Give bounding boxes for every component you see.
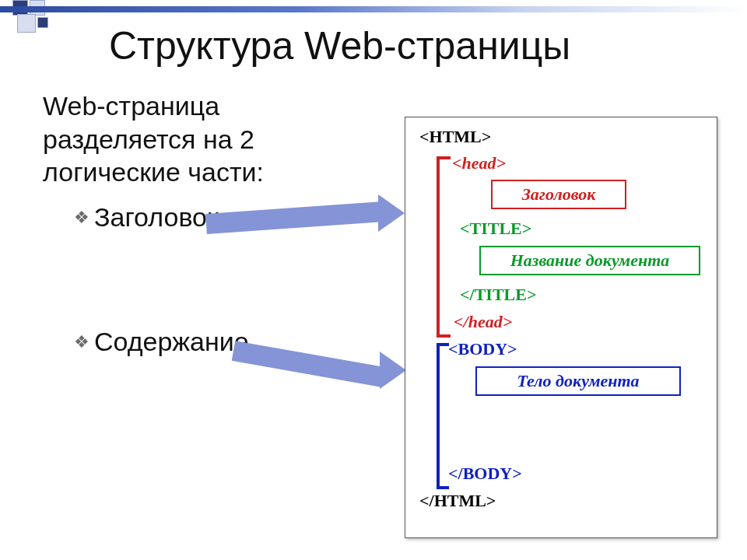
box-body-label: Тело документа [475, 366, 681, 396]
bullet-header-label: Заголовок [94, 202, 219, 232]
tag-body-open: <BODY> [448, 339, 517, 359]
bullet-content-label: Содержание [94, 327, 249, 356]
slide-title: Структура Web-страницы [109, 23, 570, 68]
box-header-label: Заголовок [491, 180, 626, 209]
bullet-content: ❖Содержание [74, 327, 249, 357]
box-doc-title-label: Название документа [479, 246, 700, 275]
bracket-head [437, 156, 451, 338]
tag-title-open: <TITLE> [460, 219, 531, 239]
tag-head-open: <head> [452, 153, 506, 173]
bullet-icon: ❖ [74, 332, 89, 352]
tag-body-close: </BODY> [448, 464, 522, 484]
tag-title-close: </TITLE> [460, 285, 536, 305]
intro-paragraph: Web-страница разделяется на 2 логические… [43, 89, 370, 189]
html-structure-diagram: <HTML> <head> Заголовок <TITLE> Название… [405, 117, 717, 538]
bullet-header: ❖Заголовок [74, 202, 219, 233]
bullet-icon: ❖ [74, 208, 89, 228]
tag-html-open: <HTML> [419, 127, 491, 147]
bracket-body [437, 343, 449, 489]
tag-head-close: </head> [454, 312, 512, 332]
tag-html-close: </HTML> [419, 491, 496, 511]
